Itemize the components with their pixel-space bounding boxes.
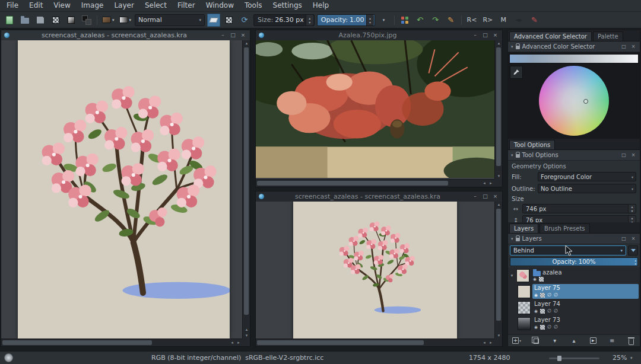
canvas[interactable] bbox=[18, 40, 230, 339]
alpha-disabled-icon[interactable]: ∅ bbox=[554, 309, 558, 314]
menu-tools[interactable]: Tools bbox=[239, 0, 268, 11]
scroll-down-icon[interactable]: ▾ bbox=[495, 173, 502, 179]
mirror-view-button[interactable]: ◂▸ bbox=[512, 14, 525, 27]
fill-combo[interactable]: Foreground Color ▾ bbox=[538, 172, 636, 181]
window-restore-button[interactable]: □ bbox=[229, 30, 237, 40]
layer-row[interactable]: Layer 74 ◉ ∅ ∅ bbox=[516, 299, 640, 315]
layer-import-button[interactable]: ▸ bbox=[589, 337, 598, 344]
zoom-caret-icon[interactable]: ▾ bbox=[630, 356, 633, 360]
red-brush-icon-button[interactable]: ✎ bbox=[528, 14, 541, 27]
add-layer-button[interactable]: +▾ bbox=[512, 337, 521, 344]
layer-group-row[interactable]: ▾ azalea ◉ bbox=[508, 268, 640, 283]
layer-row[interactable]: Layer 73 ◉ ∅ ∅ bbox=[516, 315, 640, 331]
horizontal-scrollbar[interactable]: ◂ ▸ bbox=[1, 339, 242, 346]
undo-button[interactable]: ↶ bbox=[414, 14, 427, 27]
redo-button[interactable]: ↷ bbox=[429, 14, 442, 27]
scrollbar-thumb[interactable] bbox=[496, 209, 501, 321]
menu-view[interactable]: View bbox=[48, 0, 75, 11]
float-docker-button[interactable]: □ bbox=[620, 236, 627, 241]
window-minimize-button[interactable]: – bbox=[219, 30, 227, 40]
color-picker-button[interactable] bbox=[510, 66, 523, 79]
layer-visibility-icon[interactable]: ◉ bbox=[534, 309, 538, 314]
zoom-level-text[interactable]: 25% bbox=[613, 354, 627, 362]
zoom-slider[interactable] bbox=[549, 357, 599, 359]
alpha-disabled-icon[interactable]: ∅ bbox=[554, 293, 558, 298]
alpha-inherit-icon[interactable]: ∅ bbox=[547, 309, 551, 314]
float-docker-button[interactable]: □ bbox=[620, 152, 627, 158]
alpha-inherit-icon[interactable]: ∅ bbox=[547, 293, 551, 298]
height-spinbox[interactable]: 76 px ▴▾ bbox=[522, 215, 636, 222]
zoom-slider-handle[interactable] bbox=[557, 356, 561, 361]
scroll-right-icon[interactable]: ▸ bbox=[488, 340, 494, 346]
pattern-chooser-button[interactable] bbox=[49, 14, 62, 27]
alpha-disabled-icon[interactable]: ∅ bbox=[554, 325, 558, 330]
brush-option-caret-button[interactable]: ▾ bbox=[377, 14, 391, 27]
scrollbar-thumb[interactable] bbox=[257, 181, 448, 186]
move-layer-down-button[interactable]: ▾ bbox=[550, 337, 559, 344]
menu-edit[interactable]: Edit bbox=[24, 0, 48, 11]
paintbrush-icon-button[interactable]: ✎ bbox=[445, 14, 458, 27]
lock-icon[interactable] bbox=[516, 238, 520, 241]
collapse-caret-icon[interactable]: ▾ bbox=[511, 44, 513, 49]
vertical-scrollbar[interactable]: ▴ ▾ bbox=[494, 202, 502, 339]
float-docker-button[interactable]: □ bbox=[620, 44, 627, 49]
tab-brush-presets[interactable]: Brush Presets bbox=[540, 223, 589, 233]
group-expander-icon[interactable]: ▾ bbox=[509, 269, 515, 283]
brush-preset-chooser-button[interactable]: ▾ bbox=[101, 14, 116, 27]
scroll-right-icon[interactable]: ▸ bbox=[488, 180, 494, 186]
layer-thumbnail[interactable] bbox=[518, 285, 531, 298]
layer-blending-mode-combo[interactable]: Behind ▾ bbox=[510, 245, 626, 256]
alpha-lock-icon[interactable] bbox=[540, 309, 545, 314]
menu-help[interactable]: Help bbox=[307, 0, 334, 11]
outline-combo[interactable]: No Outline ▾ bbox=[538, 184, 636, 193]
scroll-down-icon[interactable]: ▾ bbox=[495, 333, 502, 339]
document-titlebar[interactable]: Azalea.750pix.jpg – □ × bbox=[256, 30, 502, 40]
workspace-chooser-button[interactable] bbox=[398, 14, 411, 27]
scroll-left-icon[interactable]: ◂ bbox=[481, 180, 487, 186]
window-close-button[interactable]: × bbox=[239, 30, 247, 40]
layer-thumbnail[interactable] bbox=[516, 269, 529, 282]
tab-advanced-color-selector[interactable]: Advanced Color Selector bbox=[509, 31, 592, 41]
menu-select[interactable]: Select bbox=[139, 0, 172, 11]
window-minimize-button[interactable]: – bbox=[471, 30, 479, 40]
collapse-caret-icon[interactable]: ▾ bbox=[511, 153, 513, 158]
vertical-scrollbar[interactable]: ▴ ▾ bbox=[494, 40, 502, 179]
layer-properties-button[interactable]: ≡ bbox=[608, 337, 617, 344]
scroll-up-icon[interactable]: ▴ bbox=[495, 40, 502, 46]
horizontal-scrollbar[interactable]: ◂ ▸ bbox=[256, 179, 494, 187]
brush-opacity-stepper[interactable]: ▴▾ bbox=[366, 15, 374, 25]
brush-size-field[interactable]: Size: 26.30 px ▴▾ bbox=[253, 14, 315, 26]
menu-image[interactable]: Image bbox=[76, 0, 109, 11]
brush-size-stepper[interactable]: ▴▾ bbox=[306, 15, 313, 25]
alpha-lock-icon[interactable] bbox=[540, 325, 545, 330]
fill-gradient-chooser-button[interactable]: ▾ bbox=[118, 14, 133, 27]
window-close-button[interactable]: × bbox=[491, 30, 499, 40]
document-titlebar[interactable]: screencast_azaleas - screencast_azaleas.… bbox=[1, 30, 250, 40]
close-docker-button[interactable]: × bbox=[630, 236, 637, 241]
scrollbar-thumb[interactable] bbox=[257, 340, 424, 345]
layer-visibility-icon[interactable]: ◉ bbox=[533, 277, 537, 282]
lock-icon[interactable] bbox=[516, 154, 520, 158]
tab-palette[interactable]: Palette bbox=[593, 31, 623, 41]
save-document-button[interactable] bbox=[34, 14, 47, 27]
gradient-chooser-button[interactable] bbox=[65, 14, 78, 27]
eraser-mode-button[interactable] bbox=[207, 14, 220, 27]
scrollbar-thumb[interactable] bbox=[2, 340, 152, 345]
reload-preset-button[interactable]: ⟳ bbox=[238, 14, 251, 27]
tool-options-header[interactable]: ▾ Tool Options □ × bbox=[508, 150, 640, 161]
layer-filter-button[interactable] bbox=[628, 245, 638, 256]
foreground-background-swatch[interactable] bbox=[80, 14, 93, 27]
menu-filter[interactable]: Filter bbox=[172, 0, 201, 11]
scroll-right-icon[interactable]: ▸ bbox=[236, 340, 242, 346]
open-document-button[interactable] bbox=[18, 14, 31, 27]
window-close-button[interactable]: × bbox=[491, 191, 499, 202]
alpha-lock-icon[interactable] bbox=[540, 293, 545, 298]
collapse-caret-icon[interactable]: ▾ bbox=[511, 237, 513, 241]
width-stepper[interactable]: ▴▾ bbox=[628, 205, 636, 213]
rotate-canvas-left-button[interactable]: R< bbox=[465, 14, 479, 27]
color-docker-header[interactable]: ▾ Advanced Color Selector □ × bbox=[508, 41, 640, 52]
scroll-down-icon[interactable]: ▾ bbox=[243, 333, 250, 339]
window-restore-button[interactable]: □ bbox=[481, 30, 489, 40]
scrollbar-thumb[interactable] bbox=[496, 47, 501, 166]
canvas[interactable] bbox=[293, 202, 457, 339]
